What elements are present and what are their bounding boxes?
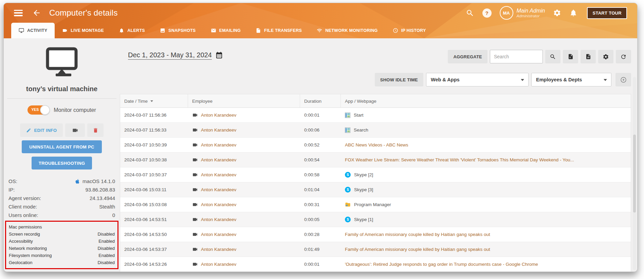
webpage-link[interactable]: Family of American missionary couple kil…: [345, 247, 490, 252]
bell-icon: [119, 28, 124, 33]
webpage-link[interactable]: Family of American missionary couple kil…: [345, 232, 490, 237]
start-tour-button[interactable]: START TOUR: [587, 7, 627, 19]
web-apps-dropdown[interactable]: Web & Apps: [426, 73, 529, 86]
permission-label: Network monitoring: [9, 245, 47, 252]
toggle-knob[interactable]: [40, 105, 50, 115]
filters-row: SHOW IDLE TIME Web & Apps Employees & De…: [120, 63, 637, 86]
export-image-button[interactable]: [581, 50, 596, 63]
tab-ip-history[interactable]: IP HISTORY: [385, 23, 434, 38]
date-range-text[interactable]: Dec 1, 2023 - May 31, 2024: [128, 51, 212, 60]
app-webpage-cell: FOX Weather Live Stream: Severe Weather …: [341, 157, 631, 162]
session-video-icon[interactable]: [192, 232, 198, 237]
search-input[interactable]: [490, 50, 543, 63]
app-webpage-cell: Search: [341, 127, 631, 133]
table-row: 2024-03-06 14:53:37Anton Karandeev0:01:4…: [120, 242, 631, 257]
tab-network-monitoring[interactable]: NETWORK MONITORING: [309, 23, 385, 38]
permission-row: Network monitoringDisabled: [9, 245, 115, 252]
app-name: Skype [2]: [354, 172, 373, 177]
gear-icon[interactable]: [553, 9, 561, 17]
show-idle-time-button[interactable]: SHOW IDLE TIME: [375, 73, 423, 86]
tab-snapshots[interactable]: SNAPSHOTS: [152, 23, 203, 38]
column-header-employee[interactable]: Employee: [188, 94, 300, 108]
user-name: Main Admin: [517, 8, 545, 14]
employee-link[interactable]: Anton Karandeev: [201, 187, 236, 192]
export-pdf-button[interactable]: [563, 50, 578, 63]
info-value: 0: [112, 212, 115, 218]
info-label: OS:: [8, 178, 17, 184]
duration-cell: 0:00:54: [300, 157, 341, 162]
employee-link[interactable]: Anton Karandeev: [201, 217, 236, 222]
search-submit-button[interactable]: [545, 50, 560, 63]
info-value: Stealth: [99, 204, 115, 210]
employee-link[interactable]: Anton Karandeev: [201, 113, 236, 118]
search-icon: [550, 54, 556, 60]
app-webpage-cell: 'Outrageous': Retired Judge responds to …: [341, 262, 631, 267]
session-video-icon[interactable]: [192, 261, 198, 267]
duration-cell: 0:00:01: [300, 262, 341, 267]
session-video-icon[interactable]: [192, 172, 198, 178]
tab-alerts[interactable]: ALERTS: [111, 23, 152, 38]
datetime-cell: 2024-03-06 14:53:50: [120, 232, 188, 237]
session-video-icon[interactable]: [192, 246, 198, 252]
skype-icon: S: [345, 187, 351, 193]
avatar[interactable]: MA: [500, 6, 513, 20]
add-filter-button[interactable]: [615, 73, 631, 86]
datetime-cell: 2024-03-07 10:50:37: [120, 172, 188, 177]
session-video-icon[interactable]: [192, 127, 198, 133]
employee-link[interactable]: Anton Karandeev: [201, 172, 236, 177]
employee-link[interactable]: Anton Karandeev: [201, 157, 236, 162]
permission-row: Filesystem monitoringEnabled: [9, 252, 115, 259]
employee-link[interactable]: Anton Karandeev: [201, 247, 236, 252]
app-name: Skype [1]: [354, 217, 373, 222]
duration-cell: 0:00:52: [300, 142, 341, 147]
apple-icon: [75, 179, 80, 184]
employee-link[interactable]: Anton Karandeev: [201, 142, 236, 147]
duration-cell: 0:01:04: [300, 187, 341, 192]
search-icon[interactable]: [466, 9, 474, 17]
employees-depts-dropdown[interactable]: Employees & Depts: [531, 73, 611, 86]
hamburger-menu-icon[interactable]: [14, 10, 23, 16]
user-menu[interactable]: MA Main Admin Administrator: [500, 6, 545, 20]
troubleshooting-button[interactable]: TROUBLESHOOTING: [32, 157, 92, 170]
session-video-icon[interactable]: [192, 187, 198, 193]
permission-value: Disabled: [97, 259, 115, 266]
employee-cell: Anton Karandeev: [188, 217, 300, 222]
table-settings-button[interactable]: [598, 50, 613, 63]
calendar-icon[interactable]: [215, 52, 223, 59]
session-video-icon[interactable]: [192, 112, 198, 118]
help-icon[interactable]: ?: [482, 8, 492, 18]
vertical-scrollbar[interactable]: [633, 77, 636, 270]
webpage-link[interactable]: FOX Weather Live Stream: Severe Weather …: [345, 157, 574, 162]
aggregate-button[interactable]: AGGREGATE: [448, 50, 487, 63]
refresh-button[interactable]: [616, 50, 631, 63]
bell-icon[interactable]: [569, 9, 577, 17]
webpage-link[interactable]: ABC News Videos - ABC News: [345, 142, 408, 147]
session-video-icon[interactable]: [192, 142, 198, 148]
table-row: 2024-03-07 10:50:39Anton Karandeev0:00:5…: [120, 138, 631, 153]
employee-link[interactable]: Anton Karandeev: [201, 232, 236, 237]
datetime-cell: 2024-03-06 14:53:51: [120, 217, 188, 222]
scrollbar-thumb[interactable]: [633, 135, 636, 213]
date-range-picker[interactable]: Dec 1, 2023 - May 31, 2024: [128, 51, 223, 60]
session-video-icon[interactable]: [192, 157, 198, 163]
view-recording-button[interactable]: [65, 123, 85, 137]
tab-live-montage[interactable]: LIVE MONTAGE: [55, 23, 111, 38]
back-arrow-icon[interactable]: [32, 8, 41, 17]
column-header-app-webpage[interactable]: App / Webpage: [341, 94, 631, 108]
session-video-icon[interactable]: [192, 217, 198, 222]
edit-info-button[interactable]: EDIT INFO: [20, 123, 63, 137]
session-video-icon[interactable]: [192, 202, 198, 207]
monitor-toggle[interactable]: YES: [27, 105, 49, 115]
tab-activity[interactable]: ACTIVITY: [11, 23, 55, 38]
employee-link[interactable]: Anton Karandeev: [201, 262, 236, 267]
tab-file-transfers[interactable]: FILE TRANSFERS: [248, 23, 309, 38]
column-header-duration[interactable]: Duration: [300, 94, 341, 108]
column-header-date-time[interactable]: Date / Time: [120, 94, 188, 108]
employee-link[interactable]: Anton Karandeev: [201, 127, 236, 133]
duration-cell: 0:00:01: [300, 113, 341, 118]
delete-computer-button[interactable]: [87, 123, 104, 137]
webpage-link[interactable]: 'Outrageous': Retired Judge responds to …: [345, 262, 538, 267]
uninstall-agent-button[interactable]: UNINSTALL AGENT FROM PC: [22, 140, 102, 153]
employee-link[interactable]: Anton Karandeev: [201, 202, 236, 207]
tab-emailing[interactable]: EMAILING: [203, 23, 249, 38]
